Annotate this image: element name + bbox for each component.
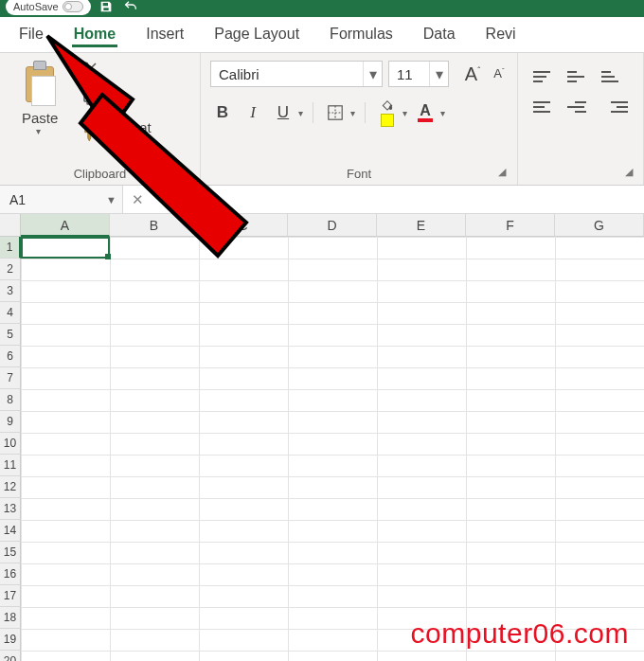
- row-header-12[interactable]: 12: [0, 476, 21, 498]
- save-icon[interactable]: [97, 0, 116, 15]
- row-header-5[interactable]: 5: [0, 324, 21, 346]
- col-header-g[interactable]: G: [555, 214, 644, 237]
- tab-formulas[interactable]: Formulas: [328, 20, 395, 52]
- svg-rect-2: [87, 96, 96, 104]
- row-header-19[interactable]: 19: [0, 629, 21, 651]
- chevron-down-icon[interactable]: ▾: [402, 108, 407, 118]
- cell-grid[interactable]: [21, 237, 644, 661]
- chevron-down-icon[interactable]: ▾: [363, 62, 382, 86]
- enter-formula-button[interactable]: ✓: [152, 191, 180, 208]
- row-header-10[interactable]: 10: [0, 433, 21, 455]
- scissors-icon: [81, 61, 98, 80]
- dialog-launcher-icon[interactable]: ◢: [625, 166, 638, 179]
- font-color-button[interactable]: A: [413, 100, 438, 125]
- chevron-down-icon[interactable]: ▾: [429, 62, 448, 86]
- align-top-button[interactable]: [533, 64, 560, 89]
- tab-insert[interactable]: Insert: [144, 20, 186, 52]
- row-header-1[interactable]: 1: [0, 237, 21, 259]
- chevron-down-icon[interactable]: ▾: [350, 108, 355, 118]
- row-header-7[interactable]: 7: [0, 367, 21, 389]
- row-header-8[interactable]: 8: [0, 389, 21, 411]
- cancel-formula-button[interactable]: ✕: [123, 191, 152, 208]
- bucket-icon: [380, 99, 395, 127]
- col-header-c[interactable]: C: [199, 214, 288, 237]
- svg-point-0: [83, 63, 88, 67]
- row-header-16[interactable]: 16: [0, 563, 21, 585]
- font-name-combo[interactable]: ▾: [210, 61, 383, 87]
- font-size-combo[interactable]: ▾: [388, 61, 449, 87]
- paste-button[interactable]: Paste ▾: [9, 61, 70, 136]
- align-center-button[interactable]: [567, 95, 594, 119]
- tab-data[interactable]: Data: [421, 20, 457, 52]
- borders-button[interactable]: [323, 100, 348, 125]
- grow-font-button[interactable]: Aˆ: [460, 62, 485, 86]
- chevron-down-icon[interactable]: ▾: [298, 108, 303, 118]
- row-header-4[interactable]: 4: [0, 302, 21, 324]
- row-header-17[interactable]: 17: [0, 585, 21, 607]
- name-box[interactable]: A1 ▼: [0, 186, 123, 213]
- copy-label: y: [106, 92, 114, 108]
- col-header-f[interactable]: F: [466, 214, 555, 237]
- ribbon-tabs: File Home Insert Page Layout Formulas Da…: [0, 17, 644, 53]
- col-header-d[interactable]: D: [288, 214, 377, 237]
- tab-home[interactable]: Home: [72, 20, 117, 52]
- align-middle-button[interactable]: [567, 64, 594, 89]
- row-header-13[interactable]: 13: [0, 498, 21, 520]
- align-bottom-button[interactable]: [601, 64, 628, 89]
- row-header-20[interactable]: 20: [0, 651, 21, 661]
- brush-icon: [81, 126, 98, 146]
- font-name-input[interactable]: [211, 62, 363, 86]
- chevron-down-icon[interactable]: ▾: [440, 108, 445, 118]
- tab-file[interactable]: File: [17, 20, 45, 52]
- autosave-toggle[interactable]: AutoSave: [6, 0, 91, 15]
- worksheet[interactable]: A B C D E F G 1 2 3 4 5 6 7 8 9 10 11 12…: [0, 214, 644, 661]
- tab-review[interactable]: Revi: [484, 20, 518, 52]
- row-header-11[interactable]: 11: [0, 455, 21, 476]
- svg-rect-3: [84, 93, 93, 101]
- paste-label: Paste: [22, 110, 58, 126]
- autosave-label: AutoSave: [13, 1, 59, 12]
- column-headers: A B C D E F G: [21, 214, 644, 237]
- fx-label: fx: [189, 191, 200, 207]
- tab-page-layout[interactable]: Page Layout: [212, 20, 301, 52]
- italic-button[interactable]: I: [241, 100, 265, 125]
- underline-button[interactable]: U: [271, 100, 295, 125]
- group-font: ▾ ▾ Aˆ Aˇ B I U ▾ ▾: [201, 53, 518, 185]
- copy-icon: [81, 90, 98, 110]
- row-header-2[interactable]: 2: [0, 259, 21, 280]
- row-header-14[interactable]: 14: [0, 520, 21, 542]
- group-label-alignment: [528, 177, 634, 181]
- cut-button[interactable]: [81, 61, 190, 80]
- row-header-15[interactable]: 15: [0, 542, 21, 563]
- ribbon: Paste ▾ y ▾: [0, 53, 644, 186]
- fx-button[interactable]: fx: [180, 191, 208, 207]
- font-size-input[interactable]: [389, 62, 429, 86]
- chevron-down-icon[interactable]: ▼: [106, 194, 116, 205]
- dialog-launcher-icon[interactable]: ◢: [498, 166, 511, 179]
- select-all-corner[interactable]: [0, 214, 21, 237]
- copy-button[interactable]: y ▾: [81, 90, 190, 110]
- fill-color-button[interactable]: [375, 100, 400, 125]
- col-header-a[interactable]: A: [21, 214, 110, 237]
- fill-handle[interactable]: [105, 254, 111, 259]
- undo-icon[interactable]: [121, 0, 140, 15]
- col-header-b[interactable]: B: [110, 214, 199, 237]
- align-right-button[interactable]: [601, 95, 628, 119]
- align-left-button[interactable]: [533, 95, 560, 119]
- paste-icon: [20, 61, 60, 106]
- row-header-3[interactable]: 3: [0, 280, 21, 302]
- name-box-value: A1: [9, 192, 26, 207]
- row-header-18[interactable]: 18: [0, 607, 21, 629]
- row-header-6[interactable]: 6: [0, 346, 21, 367]
- active-cell[interactable]: [21, 237, 110, 259]
- group-label-clipboard: Clipboard: [9, 163, 190, 181]
- formula-input[interactable]: [209, 186, 644, 213]
- shrink-font-button[interactable]: Aˇ: [487, 62, 511, 86]
- title-bar: AutoSave: [0, 0, 644, 17]
- format-painter-button[interactable]: Format Painter: [81, 119, 190, 152]
- bold-button[interactable]: B: [210, 100, 235, 125]
- formula-bar-row: A1 ▼ ✕ ✓ fx: [0, 186, 644, 214]
- row-header-9[interactable]: 9: [0, 411, 21, 433]
- svg-point-1: [83, 71, 88, 76]
- col-header-e[interactable]: E: [377, 214, 466, 237]
